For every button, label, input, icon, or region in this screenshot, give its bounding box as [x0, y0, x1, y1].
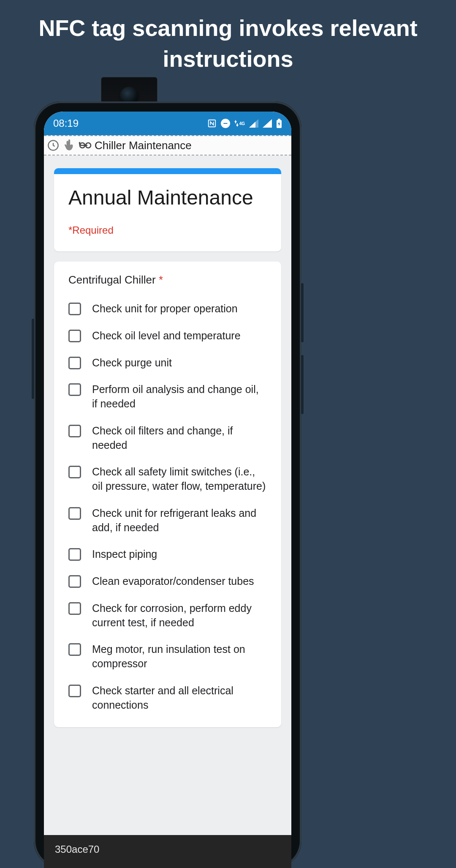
required-note: *Required: [68, 224, 267, 236]
checkbox-label: Check oil level and temperature: [92, 329, 241, 343]
form-section-card: Centrifugal Chiller * Check unit for pro…: [54, 262, 281, 727]
status-bar: 08:19 − 4G: [44, 112, 291, 135]
touch-icon: [62, 139, 76, 152]
checkbox-item[interactable]: Meg motor, run insulation test on compre…: [68, 642, 267, 671]
nfc-icon: [207, 119, 217, 128]
headline-text: NFC tag scanning invokes relevant instru…: [0, 0, 456, 74]
mobile-data-icon: 4G: [234, 120, 245, 127]
checkbox-label: Check oil filters and change, if needed: [92, 424, 267, 453]
status-icons: − 4G: [207, 119, 282, 128]
checkbox-item[interactable]: Check starter and all electrical connect…: [68, 684, 267, 712]
checkbox-item[interactable]: Check all safety limit switches (i.e., o…: [68, 465, 267, 494]
phone-side-button: [301, 283, 304, 342]
checkbox-item[interactable]: Check purge unit: [68, 356, 267, 370]
checkbox-list: Check unit for proper operationCheck oil…: [68, 302, 267, 712]
phone-side-button: [32, 319, 34, 399]
checkbox-item[interactable]: Check oil level and temperature: [68, 329, 267, 343]
context-bar: Chiller Maintenance: [44, 135, 291, 156]
form-scroll-area[interactable]: Annual Maintenance *Required Centrifugal…: [44, 156, 291, 727]
section-title: Centrifugal Chiller *: [68, 273, 267, 287]
checkbox-icon[interactable]: [68, 303, 81, 315]
svg-rect-2: [278, 119, 280, 120]
section-title-text: Centrifugal Chiller: [68, 273, 156, 286]
checkbox-icon[interactable]: [68, 466, 81, 478]
context-title: Chiller Maintenance: [95, 139, 192, 152]
checkbox-label: Meg motor, run insulation test on compre…: [92, 642, 267, 671]
checkbox-label: Check purge unit: [92, 356, 172, 370]
checkbox-label: Check all safety limit switches (i.e., o…: [92, 465, 267, 494]
signal-icon: [249, 119, 258, 128]
battery-charging-icon: [276, 119, 282, 128]
checkbox-item[interactable]: Check oil filters and change, if needed: [68, 424, 267, 453]
checkbox-item[interactable]: Perform oil analysis and change oil, if …: [68, 382, 267, 411]
signal-icon: [263, 119, 272, 128]
phone-screen: 08:19 − 4G Chille: [44, 112, 291, 868]
checkbox-label: Perform oil analysis and change oil, if …: [92, 382, 267, 411]
checkbox-item[interactable]: Check unit for refrigerant leaks and add…: [68, 506, 267, 535]
checkbox-icon[interactable]: [68, 548, 81, 561]
status-time: 08:19: [53, 117, 79, 129]
checkbox-icon[interactable]: [68, 357, 81, 369]
phone-frame: 08:19 − 4G Chille: [34, 101, 301, 868]
toast-text: 350ace70: [55, 843, 99, 855]
clock-icon: [46, 139, 60, 152]
link-icon: [79, 139, 92, 152]
checkbox-icon[interactable]: [68, 575, 81, 588]
required-asterisk-icon: *: [159, 273, 163, 286]
checkbox-label: Check for corrosion, perform eddy curren…: [92, 601, 267, 630]
checkbox-icon[interactable]: [68, 507, 81, 520]
checkbox-label: Check unit for proper operation: [92, 302, 238, 316]
form-title: Annual Maintenance: [68, 186, 267, 209]
checkbox-label: Check starter and all electrical connect…: [92, 684, 267, 712]
checkbox-icon[interactable]: [68, 330, 81, 342]
checkbox-item[interactable]: Check for corrosion, perform eddy curren…: [68, 601, 267, 630]
checkbox-icon[interactable]: [68, 425, 81, 437]
checkbox-label: Inspect piping: [92, 547, 157, 562]
checkbox-item[interactable]: Inspect piping: [68, 547, 267, 562]
checkbox-icon[interactable]: [68, 383, 81, 396]
network-type-label: 4G: [239, 121, 245, 126]
form-header-card: Annual Maintenance *Required: [54, 168, 281, 251]
phone-side-button: [301, 355, 304, 414]
toast-message: 350ace70: [44, 835, 291, 868]
checkbox-label: Check unit for refrigerant leaks and add…: [92, 506, 267, 535]
do-not-disturb-icon: −: [221, 119, 230, 128]
checkbox-item[interactable]: Clean evaporator/condenser tubes: [68, 574, 267, 589]
checkbox-icon[interactable]: [68, 685, 81, 697]
checkbox-label: Clean evaporator/condenser tubes: [92, 574, 254, 589]
checkbox-icon[interactable]: [68, 602, 81, 615]
checkbox-icon[interactable]: [68, 643, 81, 656]
checkbox-item[interactable]: Check unit for proper operation: [68, 302, 267, 316]
